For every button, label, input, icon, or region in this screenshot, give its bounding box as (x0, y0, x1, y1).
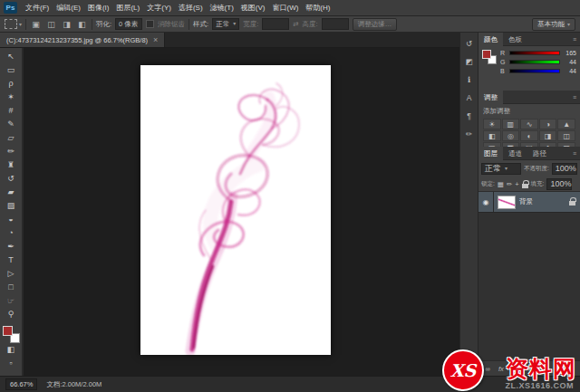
menu-edit[interactable]: 编辑(E) (53, 0, 84, 15)
tab-close-icon[interactable]: × (153, 35, 158, 44)
properties-panel-icon[interactable]: ◩ (462, 55, 477, 67)
blue-value[interactable]: 44 (563, 68, 576, 74)
history-panel-icon[interactable]: ↺ (462, 37, 477, 49)
lock-pixels-icon[interactable]: ✏ (507, 180, 512, 188)
menu-help[interactable]: 帮助(H) (302, 0, 334, 15)
blue-slider[interactable] (509, 69, 560, 73)
document-tab[interactable]: (C):47373124213237355.jpg @ 66.7%(RGB/8)… (0, 33, 165, 47)
menu-layer[interactable]: 图层(L) (112, 0, 143, 15)
opacity-dropdown[interactable]: 100% (552, 163, 577, 175)
tool-dodge[interactable]: ◔ (1, 226, 22, 240)
foreground-color-swatch[interactable] (482, 50, 491, 59)
layer-thumbnail[interactable] (498, 196, 516, 209)
screen-mode-button[interactable]: ▫ (1, 357, 22, 370)
feather-input[interactable]: 0 像素 (115, 18, 142, 30)
hue-saturation-icon[interactable]: ◧ (483, 130, 501, 141)
layer-style-icon[interactable]: fx (498, 365, 504, 373)
tool-hand[interactable]: ☞ (1, 294, 22, 308)
width-input[interactable] (262, 18, 289, 30)
tool-eyedropper[interactable]: ✎ (1, 118, 22, 131)
levels-icon[interactable]: ▥ (502, 119, 520, 129)
menu-file[interactable]: 文件(F) (22, 0, 53, 15)
exposure-icon[interactable]: ◑ (539, 119, 557, 129)
tool-rectangle-shape[interactable]: □ (1, 281, 22, 294)
tool-spot-healing[interactable]: ▱ (1, 131, 22, 145)
menu-window[interactable]: 窗口(W) (268, 0, 302, 15)
menu-select[interactable]: 选择(S) (175, 0, 207, 15)
quick-mask-button[interactable]: ◧ (1, 343, 22, 357)
refine-edge-button[interactable]: 调整边缘… (353, 18, 398, 31)
menu-filter[interactable]: 滤镜(T) (207, 0, 237, 15)
workspace-switcher[interactable]: 基本功能 ▾ (532, 18, 575, 31)
panel-color-swatches[interactable] (482, 50, 497, 64)
swap-dimensions-icon[interactable]: ⇄ (293, 20, 298, 28)
new-adjustment-layer-icon[interactable]: ◑ (527, 365, 531, 373)
fill-dropdown[interactable]: 100% (546, 178, 572, 190)
tool-path-selection[interactable]: ▷ (1, 267, 22, 281)
tool-blur[interactable]: ◒ (1, 213, 22, 226)
paragraph-panel-icon[interactable]: ¶ (462, 110, 477, 121)
lock-all-icon[interactable] (522, 184, 528, 188)
menu-view[interactable]: 视图(V) (237, 0, 269, 15)
black-white-icon[interactable]: ◐ (520, 130, 538, 141)
antialias-checkbox[interactable] (146, 20, 154, 28)
tool-move[interactable]: ↖ (1, 50, 22, 63)
new-layer-icon[interactable]: ⊞ (554, 365, 559, 373)
zoom-level-input[interactable]: 66.67% (5, 378, 37, 390)
tool-quick-selection[interactable]: ✶ (1, 91, 22, 104)
tool-type[interactable]: T (1, 253, 22, 267)
document-canvas[interactable] (140, 65, 331, 355)
panel-menu-icon[interactable]: ≡ (569, 150, 580, 157)
visibility-toggle[interactable]: ◉ (478, 192, 494, 212)
tab-layers[interactable]: 图层 (478, 147, 503, 160)
intersect-selection-icon[interactable]: ◧ (76, 18, 88, 30)
tool-lasso[interactable]: ρ (1, 77, 22, 91)
tab-swatches[interactable]: 色板 (503, 33, 527, 46)
character-panel-icon[interactable]: A (462, 91, 477, 103)
tool-rectangular-marquee[interactable]: ▭ (1, 63, 22, 77)
channel-mixer-icon[interactable]: ◫ (557, 130, 575, 141)
tool-preset-picker[interactable]: ▾ (5, 19, 22, 29)
blend-mode-dropdown[interactable]: 正常 ▾ (481, 163, 521, 175)
panel-menu-icon[interactable]: ≡ (569, 94, 580, 100)
tool-crop[interactable]: # (1, 104, 22, 118)
foreground-color-swatch[interactable] (3, 326, 13, 336)
panel-menu-icon[interactable]: ≡ (569, 36, 580, 43)
red-slider[interactable] (509, 51, 560, 55)
new-selection-icon[interactable]: ▣ (30, 18, 42, 30)
curves-icon[interactable]: ∿ (520, 119, 538, 129)
tool-pen[interactable]: ✒ (1, 240, 22, 253)
canvas-area[interactable] (24, 48, 459, 376)
layer-row-background[interactable]: ◉ 背景 (478, 192, 580, 213)
tool-eraser[interactable]: ▰ (1, 186, 22, 199)
lock-transparency-icon[interactable]: ▦ (498, 180, 504, 188)
tool-clone-stamp[interactable]: ♜ (1, 158, 22, 172)
red-value[interactable]: 165 (563, 50, 576, 56)
green-value[interactable]: 44 (563, 59, 576, 65)
tab-color[interactable]: 颜色 (478, 33, 503, 46)
subtract-selection-icon[interactable]: ◨ (61, 18, 72, 30)
vibrance-icon[interactable]: ▲ (557, 119, 575, 129)
tool-gradient[interactable]: ▨ (1, 199, 22, 213)
color-balance-icon[interactable]: ◎ (502, 130, 520, 141)
tool-zoom[interactable]: ⚲ (1, 308, 22, 321)
height-input[interactable] (322, 18, 349, 30)
color-swatches[interactable] (3, 326, 20, 343)
link-layers-icon[interactable]: ∞ (486, 365, 490, 373)
brightness-contrast-icon[interactable]: ☀ (483, 119, 501, 129)
tool-history-brush[interactable]: ↺ (1, 172, 22, 186)
style-dropdown[interactable]: 正常 ▾ (212, 18, 239, 30)
tab-adjustments[interactable]: 调整 (478, 91, 503, 104)
photo-filter-icon[interactable]: ◨ (539, 130, 557, 141)
tool-brush[interactable]: ✏ (1, 145, 22, 158)
info-panel-icon[interactable]: ℹ (462, 73, 477, 85)
delete-layer-icon[interactable]: ✕ (567, 365, 573, 373)
add-layer-mask-icon[interactable]: ◧ (512, 365, 518, 373)
add-selection-icon[interactable]: ◫ (45, 18, 57, 30)
tab-channels[interactable]: 通道 (503, 147, 527, 160)
menu-type[interactable]: 文字(Y) (143, 0, 175, 15)
lock-position-icon[interactable]: + (515, 180, 518, 188)
brush-presets-panel-icon[interactable]: ✏ (462, 128, 477, 139)
tab-paths[interactable]: 路径 (527, 147, 552, 160)
green-slider[interactable] (509, 60, 560, 64)
